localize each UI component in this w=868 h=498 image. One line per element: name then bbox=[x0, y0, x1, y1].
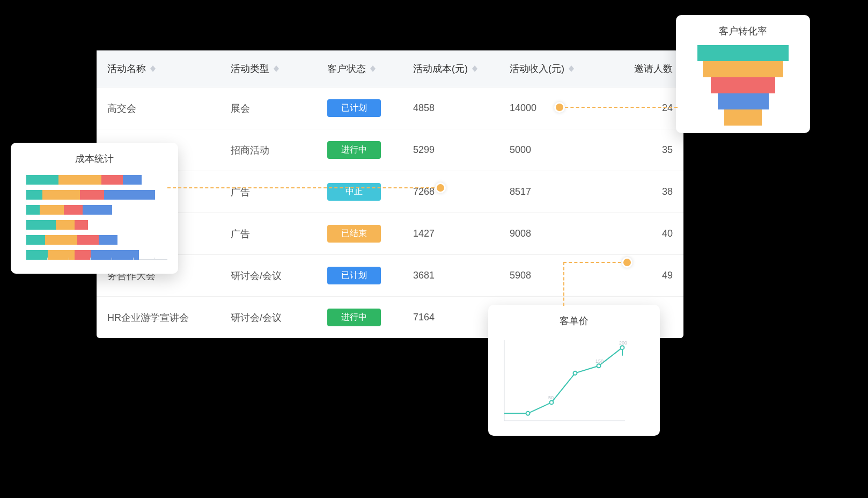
sort-icon[interactable] bbox=[370, 65, 376, 72]
svg-point-18 bbox=[621, 346, 624, 349]
activity-table: 活动名称 活动类型 bbox=[97, 50, 683, 338]
cost-stats-card: 成本统计 bbox=[11, 143, 178, 274]
col-header-income-label: 活动收入(元) bbox=[510, 62, 564, 75]
cell-type: 广告 bbox=[220, 171, 317, 213]
table-row[interactable]: 高交会展会已计划48581400024 bbox=[97, 87, 683, 129]
cell-income: 5000 bbox=[499, 129, 595, 171]
table-header-row: 活动名称 活动类型 bbox=[97, 50, 683, 87]
cell-status: 已计划 bbox=[317, 87, 402, 129]
status-badge: 进行中 bbox=[327, 141, 381, 159]
svg-point-16 bbox=[597, 364, 601, 368]
svg-text:50: 50 bbox=[548, 395, 554, 400]
unit-price-title: 客单价 bbox=[499, 314, 649, 327]
cell-type: 研讨会/会议 bbox=[220, 297, 317, 339]
cell-status: 已结束 bbox=[317, 213, 402, 255]
connector-line bbox=[563, 262, 564, 306]
col-header-status-label: 客户状态 bbox=[327, 62, 366, 75]
cell-income: 9008 bbox=[499, 213, 595, 255]
col-header-cost-label: 活动成本(元) bbox=[413, 62, 468, 75]
svg-marker-9 bbox=[569, 69, 574, 72]
cell-invite: 40 bbox=[595, 213, 683, 255]
status-badge: 已计划 bbox=[327, 99, 381, 117]
cell-type: 展会 bbox=[220, 87, 317, 129]
col-header-type[interactable]: 活动类型 bbox=[220, 50, 317, 87]
unit-price-chart: 50150200 bbox=[499, 335, 628, 426]
cell-name: HR企业游学宣讲会 bbox=[97, 297, 220, 339]
cell-cost: 5299 bbox=[402, 129, 499, 171]
sort-icon[interactable] bbox=[472, 65, 477, 72]
cell-cost: 7268 bbox=[402, 171, 499, 213]
cell-name: 高交会 bbox=[97, 87, 220, 129]
cell-status: 中止 bbox=[317, 171, 402, 213]
sort-icon[interactable] bbox=[569, 65, 574, 72]
connector-line bbox=[560, 107, 678, 108]
svg-marker-3 bbox=[274, 69, 279, 72]
sort-icon[interactable] bbox=[150, 65, 156, 72]
svg-point-12 bbox=[526, 412, 530, 415]
svg-marker-5 bbox=[370, 69, 376, 72]
svg-marker-7 bbox=[472, 69, 477, 72]
col-header-income[interactable]: 活动收入(元) bbox=[499, 50, 595, 87]
table-row[interactable]: 招商活动招商活动进行中5299500035 bbox=[97, 129, 683, 171]
svg-point-15 bbox=[573, 371, 577, 375]
cell-invite: 35 bbox=[595, 129, 683, 171]
cell-income: 8517 bbox=[499, 171, 595, 213]
cost-stats-title: 成本统计 bbox=[21, 152, 167, 165]
cell-invite: 49 bbox=[595, 255, 683, 297]
cell-status: 进行中 bbox=[317, 297, 402, 339]
connector-line bbox=[167, 187, 440, 188]
col-header-name-label: 活动名称 bbox=[107, 62, 146, 75]
connector-line bbox=[563, 262, 627, 263]
cell-cost: 7164 bbox=[402, 297, 499, 339]
table-row[interactable]: 告推广广告已结束1427900840 bbox=[97, 213, 683, 255]
col-header-cost[interactable]: 活动成本(元) bbox=[402, 50, 499, 87]
col-header-type-label: 活动类型 bbox=[231, 62, 269, 75]
cell-cost: 3681 bbox=[402, 255, 499, 297]
col-header-status[interactable]: 客户状态 bbox=[317, 50, 402, 87]
sort-icon[interactable] bbox=[274, 65, 279, 72]
conversion-funnel-card: 客户转化率 bbox=[676, 15, 810, 133]
cell-cost: 4858 bbox=[402, 87, 499, 129]
cell-income: 5908 bbox=[499, 255, 595, 297]
cell-invite: 24 bbox=[595, 87, 683, 129]
cost-stats-chart bbox=[21, 173, 167, 266]
cell-status: 进行中 bbox=[317, 129, 402, 171]
status-badge: 已计划 bbox=[327, 267, 381, 284]
svg-text:200: 200 bbox=[619, 340, 627, 346]
status-badge: 已结束 bbox=[327, 225, 381, 243]
status-badge: 中止 bbox=[327, 183, 381, 201]
col-header-name[interactable]: 活动名称 bbox=[97, 50, 220, 87]
cell-type: 研讨会/会议 bbox=[220, 255, 317, 297]
table-row[interactable]: 广告中止7268851738 bbox=[97, 171, 683, 213]
cell-type: 招商活动 bbox=[220, 129, 317, 171]
col-header-invite-label: 邀请人数 bbox=[634, 62, 673, 75]
svg-point-13 bbox=[550, 400, 554, 404]
table-row[interactable]: 务合作大会研讨会/会议已计划3681590849 bbox=[97, 255, 683, 297]
svg-text:150: 150 bbox=[595, 358, 604, 364]
cell-invite: 38 bbox=[595, 171, 683, 213]
svg-marker-1 bbox=[150, 69, 156, 72]
cell-type: 广告 bbox=[220, 213, 317, 255]
activity-table-card: 活动名称 活动类型 bbox=[97, 50, 683, 338]
cell-status: 已计划 bbox=[317, 255, 402, 297]
conversion-funnel-title: 客户转化率 bbox=[687, 25, 799, 38]
col-header-invite[interactable]: 邀请人数 bbox=[595, 50, 683, 87]
cell-income: 14000 bbox=[499, 87, 595, 129]
cell-cost: 1427 bbox=[402, 213, 499, 255]
unit-price-card: 客单价 50150200 bbox=[488, 305, 660, 436]
conversion-funnel-chart bbox=[687, 45, 799, 126]
status-badge: 进行中 bbox=[327, 309, 381, 326]
